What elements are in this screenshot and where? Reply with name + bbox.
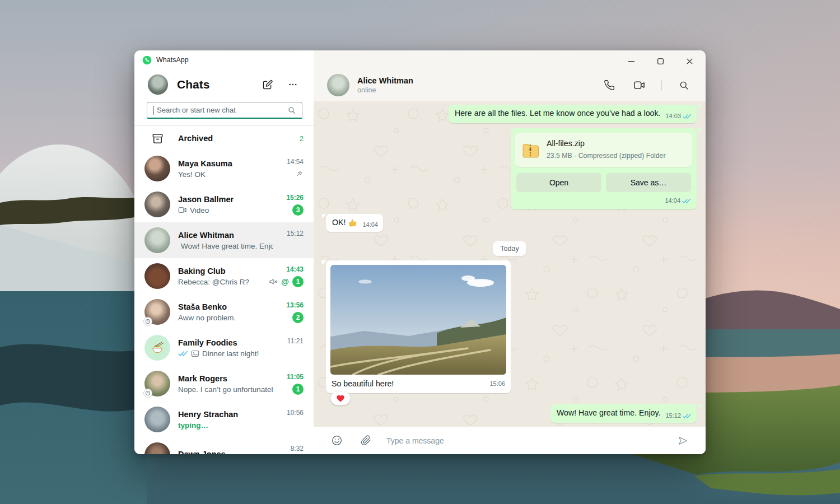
message-reaction[interactable] bbox=[330, 391, 351, 405]
voice-call-button[interactable] bbox=[601, 77, 618, 94]
contact-avatar[interactable] bbox=[327, 74, 349, 96]
send-icon bbox=[676, 435, 689, 447]
chat-time: 8:32 bbox=[291, 445, 304, 452]
chat-time: 13:56 bbox=[286, 301, 304, 309]
message-time: 14:04 bbox=[362, 220, 378, 230]
more-options-icon bbox=[288, 80, 298, 90]
avatar bbox=[144, 335, 170, 361]
search-in-chat-button[interactable] bbox=[675, 77, 692, 94]
incoming-message[interactable]: OK! 14:04 bbox=[326, 214, 383, 232]
chat-list-item[interactable]: Dawn Jones 8:32 bbox=[134, 437, 314, 454]
open-button-label: Open bbox=[549, 178, 568, 188]
archive-icon bbox=[151, 132, 164, 145]
chat-preview: Yes! OK bbox=[178, 170, 206, 179]
app-title: WhatsApp bbox=[156, 56, 189, 64]
menu-button[interactable] bbox=[284, 76, 301, 93]
status-clock-icon bbox=[145, 319, 151, 324]
send-button[interactable] bbox=[674, 432, 691, 449]
maximize-button[interactable] bbox=[650, 54, 671, 68]
chat-list-item[interactable]: Staša Benko Aww no problem. 13:56 2 bbox=[134, 294, 314, 330]
video-call-button[interactable] bbox=[631, 77, 648, 94]
chat-list-item[interactable]: Family Foodies Dinner last night! bbox=[134, 330, 314, 366]
file-message[interactable]: All-files.zip 23.5 MB · Compressed (zipp… bbox=[511, 128, 697, 209]
search-input[interactable]: Search or start new chat bbox=[147, 102, 302, 119]
chat-time: 11:21 bbox=[287, 337, 304, 345]
text-caret bbox=[153, 106, 153, 115]
avatar bbox=[144, 156, 170, 181]
chat-time: 15:26 bbox=[286, 194, 304, 202]
new-chat-button[interactable] bbox=[259, 76, 276, 93]
chat-list-item[interactable]: Henry Strachan typing… 10:56 bbox=[134, 402, 314, 437]
paperclip-icon bbox=[361, 435, 371, 446]
phone-icon bbox=[604, 80, 615, 91]
mention-indicator: @ bbox=[281, 277, 289, 286]
open-file-button[interactable]: Open bbox=[516, 173, 601, 192]
save-as-button-label: Save as… bbox=[631, 178, 667, 188]
divider bbox=[661, 80, 662, 91]
search-icon bbox=[679, 80, 689, 91]
photo-message[interactable]: So beautiful here! 15:06 bbox=[326, 260, 511, 393]
archived-label: Archived bbox=[178, 134, 292, 143]
chat-name: Mark Rogers bbox=[178, 374, 273, 383]
avatar bbox=[144, 263, 170, 289]
chat-list-item-selected[interactable]: Alice Whitman Wow! Have great time. Enjo… bbox=[134, 222, 314, 258]
date-divider-label: Today bbox=[500, 245, 519, 253]
outgoing-message[interactable]: Here are all the files. Let me know once… bbox=[449, 105, 697, 123]
chat-name: Baking Club bbox=[178, 267, 261, 276]
avatar bbox=[144, 442, 170, 454]
message-time: 15:06 bbox=[489, 379, 505, 389]
search-placeholder: Search or start new chat bbox=[157, 106, 284, 114]
photo-attachment[interactable] bbox=[330, 265, 506, 375]
blue-double-tick-icon bbox=[178, 351, 188, 357]
message-area[interactable]: Here are all the files. Let me know once… bbox=[314, 101, 706, 427]
chat-preview: Rebecca: @Chris R? bbox=[178, 278, 249, 286]
chat-time: 11:05 bbox=[287, 373, 304, 381]
whatsapp-logo-icon bbox=[142, 55, 152, 65]
chat-time: 14:54 bbox=[287, 158, 304, 166]
sidebar-header: Chats bbox=[134, 69, 314, 97]
file-attachment[interactable]: All-files.zip 23.5 MB · Compressed (zipp… bbox=[515, 133, 692, 167]
chat-list-item[interactable]: Jason Ballmer Video 15:26 3 bbox=[134, 186, 314, 222]
avatar bbox=[144, 371, 170, 396]
minimize-button[interactable] bbox=[620, 54, 642, 68]
chat-preview: Aww no problem. bbox=[178, 314, 236, 322]
chat-preview: Video bbox=[190, 206, 209, 214]
message-text: Wow! Have great time. Enjoy. bbox=[557, 408, 661, 417]
conversation-header[interactable]: Alice Whitman online bbox=[314, 69, 706, 101]
photo-icon bbox=[191, 350, 199, 357]
window-controls bbox=[620, 54, 700, 68]
archived-row[interactable]: Archived 2 bbox=[134, 126, 314, 151]
contact-status: online bbox=[357, 86, 593, 94]
message-text: Here are all the files. Let me know once… bbox=[455, 109, 661, 118]
profile-avatar[interactable] bbox=[148, 74, 168, 95]
chat-time: 14:43 bbox=[286, 265, 304, 273]
chat-name: Dawn Jones bbox=[178, 450, 273, 454]
chats-heading: Chats bbox=[177, 78, 250, 91]
chat-panel: Alice Whitman online bbox=[314, 50, 706, 454]
emoji-smiley-icon bbox=[331, 435, 343, 446]
chat-top-bar: Alice Whitman online bbox=[314, 50, 706, 101]
attach-button[interactable] bbox=[357, 432, 374, 449]
file-meta: 23.5 MB · Compressed (zipped) Folder bbox=[547, 151, 666, 161]
contact-name: Alice Whitman bbox=[357, 76, 593, 85]
chat-list-item[interactable]: Baking Club Rebecca: @Chris R? 14:43 @ 1 bbox=[134, 258, 314, 294]
pin-icon bbox=[295, 170, 304, 178]
outgoing-message[interactable]: Wow! Have great time. Enjoy.15:12 bbox=[550, 404, 697, 423]
chat-time: 10:56 bbox=[287, 409, 304, 417]
desktop: WhatsApp Chats Se bbox=[0, 0, 840, 504]
blue-double-tick-icon bbox=[683, 114, 692, 119]
message-composer bbox=[314, 427, 706, 454]
emoji-button[interactable] bbox=[328, 432, 345, 449]
avatar bbox=[144, 407, 170, 432]
photo-caption: So beautiful here! bbox=[332, 379, 394, 389]
chat-list-item[interactable]: Maya Kasuma Yes! OK 14:54 bbox=[134, 151, 314, 186]
save-as-button[interactable]: Save as… bbox=[606, 173, 691, 192]
chat-name: Maya Kasuma bbox=[178, 159, 273, 168]
zip-folder-icon bbox=[522, 142, 540, 158]
chat-name: Henry Strachan bbox=[178, 410, 273, 419]
chat-list-item[interactable]: Mark Rogers Nope. I can’t go unfortunate… bbox=[134, 366, 314, 402]
chat-list: Archived 2 Maya Kasuma Yes! OK 14:54 bbox=[134, 126, 314, 454]
message-input[interactable] bbox=[386, 436, 662, 445]
close-button[interactable] bbox=[679, 54, 700, 68]
video-call-icon bbox=[633, 80, 646, 90]
